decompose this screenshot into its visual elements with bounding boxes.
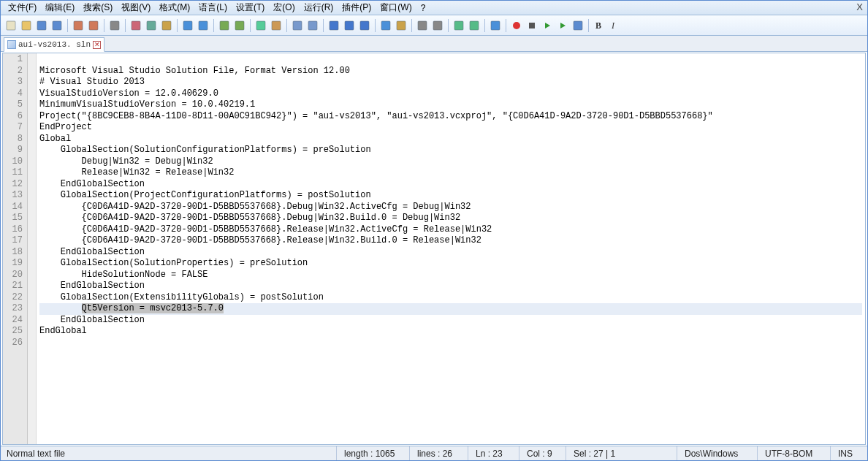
svg-rect-1 [22,21,31,30]
menu-item[interactable]: 宏(O) [269,0,299,15]
close-icon[interactable] [71,18,85,33]
saveall-icon[interactable] [50,18,64,33]
eye-icon[interactable] [488,18,503,33]
invis-icon[interactable] [342,18,357,33]
lang-icon[interactable] [378,18,393,33]
toolbar-separator [125,19,126,32]
status-col: Col : 9 [519,446,566,460]
svg-rect-10 [183,21,192,30]
toolbar-separator [411,19,412,32]
rec-icon[interactable] [509,18,524,33]
file-tab[interactable]: aui-vs2013. sln ✕ [4,37,104,52]
svg-rect-9 [162,21,171,30]
tab-close-icon[interactable]: ✕ [93,41,101,49]
menu-item[interactable]: 格式(M) [155,0,194,15]
code-line[interactable]: # Visual Studio 2013 [39,77,862,88]
folder-icon[interactable] [394,18,408,33]
replace-icon[interactable] [232,18,247,33]
code-line[interactable]: MinimumVisualStudioVersion = 10.0.40219.… [39,99,862,111]
italic-icon[interactable]: I [607,18,622,33]
code-line[interactable]: EndProject [39,122,862,134]
menu-item[interactable]: ? [416,1,430,15]
playfast-icon[interactable] [555,18,570,33]
window-close-icon[interactable]: X [856,1,863,12]
menu-item[interactable]: 插件(P) [338,0,376,15]
code-line[interactable]: Debug|Win32 = Debug|Win32 [39,156,862,168]
svg-rect-3 [53,21,61,30]
code-line[interactable]: EndGlobalSection [39,179,862,191]
status-encoding: UTF-8-BOM [758,446,831,460]
code-line[interactable]: EndGlobal [39,326,862,338]
save-macro-icon[interactable] [571,18,585,33]
toolbar-separator [67,19,68,32]
tab-bar: aui-vs2013. sln ✕ [1,36,867,52]
svg-rect-21 [381,21,390,30]
svg-rect-15 [272,21,281,30]
svg-rect-8 [147,21,156,30]
file-tab-label: aui-vs2013. sln [18,40,91,49]
code-area[interactable]: Microsoft Visual Studio Solution File, F… [37,53,865,444]
code-line[interactable]: EndGlobalSection [39,315,862,327]
line-number: 22 [6,292,23,304]
stop-icon[interactable] [525,18,539,33]
menu-item[interactable]: 语言(L) [194,0,232,15]
code-line[interactable]: Project("{8BC9CEB8-8B4A-11D0-8D11-00A0C9… [39,111,862,123]
zoomout-icon[interactable] [269,18,283,33]
code-line[interactable]: {C0D6A41D-9A2D-3720-90D1-D5BBD5537668}.R… [39,235,862,247]
status-ins: INS [831,446,867,460]
comment2-icon[interactable] [467,18,481,33]
comment-icon[interactable] [452,18,466,33]
code-line[interactable]: GlobalSection(ProjectConfigurationPlatfo… [39,190,862,202]
fold1-icon[interactable] [415,18,430,33]
wrap-icon[interactable] [327,18,341,33]
line-number: 26 [6,338,23,349]
print-icon[interactable] [107,18,122,33]
code-line[interactable]: {C0D6A41D-9A2D-3720-90D1-D5BBD5537668}.R… [39,224,862,236]
indent-icon[interactable] [357,18,372,33]
code-line[interactable]: EndGlobalSection [39,247,862,259]
code-line[interactable]: HideSolutionNode = FALSE [39,270,862,281]
code-line[interactable]: GlobalSection(SolutionProperties) = preS… [39,258,862,270]
status-sel: Sel : 27 | 1 [566,446,677,460]
copy-icon[interactable] [144,18,159,33]
line-number: 18 [6,247,23,259]
menu-item[interactable]: 设置(T) [232,0,269,15]
code-line[interactable]: GlobalSection(SolutionConfigurationPlatf… [39,145,862,156]
line-number: 4 [6,88,23,100]
paste-icon[interactable] [159,18,174,33]
menu-item[interactable]: 运行(R) [300,0,338,15]
zoomin-icon[interactable] [254,18,268,33]
save-icon[interactable] [34,18,49,33]
new-icon[interactable] [4,18,18,33]
code-line[interactable]: Qt5Version = msvc2013-5.7.0 [39,303,862,315]
menu-item[interactable]: 文件(F) [4,0,41,15]
code-line[interactable]: Release|Win32 = Release|Win32 [39,167,862,179]
code-line[interactable]: GlobalSection(ExtensibilityGlobals) = po… [39,292,862,304]
menu-item[interactable]: 编辑(E) [41,0,79,15]
svg-rect-18 [330,21,338,30]
bold-icon[interactable]: B [592,18,606,33]
undo-icon[interactable] [180,18,195,33]
code-line[interactable] [39,338,862,349]
find-icon[interactable] [217,18,232,33]
menu-item[interactable]: 窗口(W) [376,0,416,15]
closeall-icon[interactable] [86,18,101,33]
code-line[interactable]: EndGlobalSection [39,281,862,292]
fold2-icon[interactable] [430,18,445,33]
cut-icon[interactable] [129,18,143,33]
code-line[interactable]: Global [39,134,862,145]
open-icon[interactable] [19,18,34,33]
code-line[interactable] [39,54,862,66]
syncv-icon[interactable] [290,18,305,33]
menu-item[interactable]: 视图(V) [117,0,155,15]
svg-rect-26 [470,21,479,30]
code-line[interactable]: {C0D6A41D-9A2D-3720-90D1-D5BBD5537668}.D… [39,202,862,213]
menu-item[interactable]: 搜索(S) [79,0,117,15]
play-icon[interactable] [540,18,555,33]
code-line[interactable]: VisualStudioVersion = 12.0.40629.0 [39,88,862,100]
line-number: 17 [6,235,23,247]
code-line[interactable]: Microsoft Visual Studio Solution File, F… [39,66,862,77]
redo-icon[interactable] [196,18,210,33]
synch-icon[interactable] [305,18,320,33]
code-line[interactable]: {C0D6A41D-9A2D-3720-90D1-D5BBD5537668}.D… [39,213,862,224]
